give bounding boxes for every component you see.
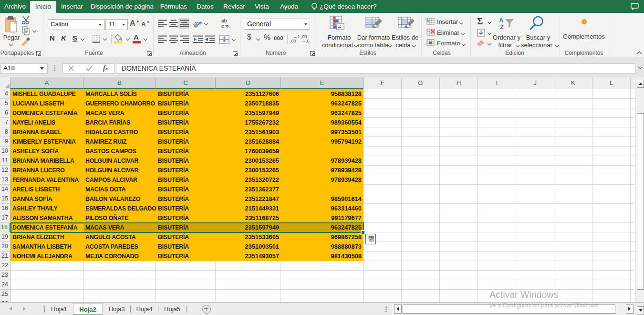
svg-text:ab: ab — [221, 18, 227, 23]
svg-text:→,0: →,0 — [301, 39, 310, 43]
svg-text:≠: ≠ — [338, 23, 342, 30]
svg-text:A: A — [499, 17, 504, 24]
svg-text:c: c — [221, 23, 224, 29]
svg-text:Z: Z — [500, 23, 504, 31]
svg-text:,00: ,00 — [290, 39, 296, 43]
